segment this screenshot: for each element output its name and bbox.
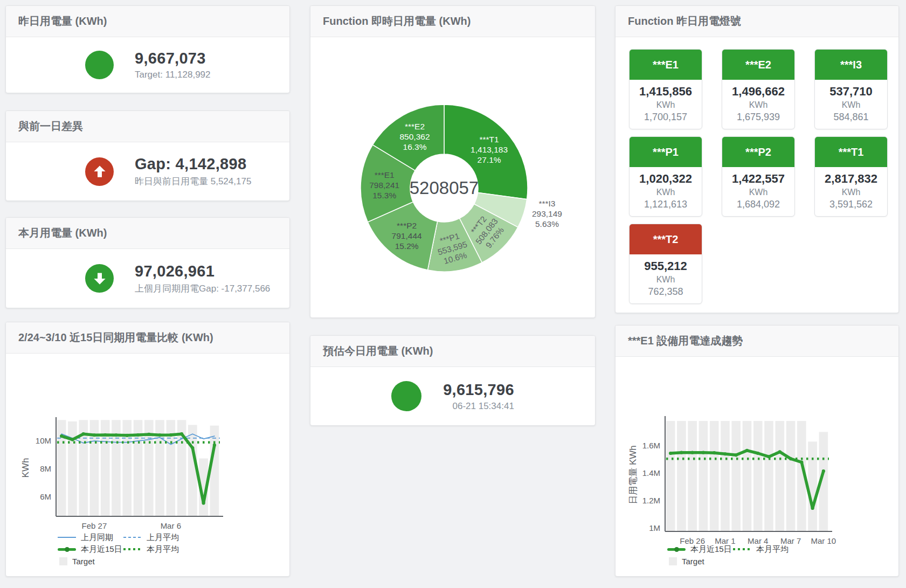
svg-text:Mar 6: Mar 6 — [161, 521, 181, 530]
legend-last-month-same[interactable]: 上月同期 — [58, 532, 123, 543]
day-gap-sub: 昨日與前日用電量 5,524,175 — [135, 175, 251, 188]
card-e1-trend-chart: ***E1 設備用電達成趨勢 1M1.2M1.4M1.6MFeb 26Mar 1… — [615, 325, 899, 577]
tile-label: ***E1 — [630, 50, 702, 80]
legend-this-month-15d[interactable]: 本月近15日 — [58, 544, 123, 555]
svg-text:10M: 10M — [36, 436, 51, 445]
legend-this-month-avg[interactable]: 本月平均 — [123, 544, 189, 555]
tile-value: 1,415,856 — [630, 85, 702, 99]
tile-t1[interactable]: ***T1 2,817,832 KWh 3,591,562 — [814, 136, 888, 217]
svg-text:Mar 10: Mar 10 — [811, 536, 836, 545]
today-estimate-value: 9,615,796 — [443, 381, 514, 399]
blue-line-swatch — [58, 537, 76, 538]
blue-dash-swatch — [123, 537, 142, 538]
legend-this-month-15d[interactable]: 本月近15日 — [667, 544, 733, 555]
tile-target: 1,675,939 — [722, 112, 794, 123]
tile-value: 537,710 — [815, 85, 887, 99]
tile-label: ***E2 — [722, 50, 794, 80]
tile-target: 3,591,562 — [815, 199, 887, 210]
tile-target: 1,121,613 — [630, 199, 702, 210]
tile-label: ***T2 — [630, 224, 702, 254]
arrow-up-icon — [85, 157, 114, 186]
legend-target[interactable]: Target — [667, 557, 733, 566]
trend-legend: 本月近15日 本月平均 Target — [667, 543, 799, 567]
status-circle-green — [85, 51, 114, 79]
legend-target[interactable]: Target — [58, 557, 123, 566]
svg-text:日用電量 KWh: 日用電量 KWh — [628, 445, 638, 504]
tile-label: ***I3 — [815, 50, 887, 80]
tile-label: ***P2 — [722, 137, 794, 167]
status-circle-green — [391, 381, 421, 411]
card-yesterday-usage: 昨日用電量 (KWh) 9,667,073 Target: 11,128,992 — [5, 5, 290, 93]
card-15day-compare-chart: 2/24~3/10 近15日同期用電量比較 (KWh) 6M8M10MFeb 2… — [5, 322, 290, 577]
yesterday-usage-value: 9,667,073 — [135, 50, 211, 67]
tile-p2[interactable]: ***P2 1,422,557 KWh 1,684,092 — [722, 136, 795, 217]
lights-tile-grid: ***E1 1,415,856 KWh 1,700,157 ***E2 1,49… — [615, 37, 898, 304]
card-month-usage: 本月用電量 (KWh) 97,026,961 上個月同期用電Gap: -17,3… — [5, 217, 290, 308]
month-usage-gap: 上個月同期用電Gap: -17,377,566 — [135, 282, 270, 295]
svg-text:1.2M: 1.2M — [642, 496, 660, 505]
svg-text:1.4M: 1.4M — [642, 468, 660, 478]
green-dot-swatch — [733, 548, 751, 550]
tile-value: 955,212 — [630, 259, 702, 273]
green-line-swatch — [58, 548, 76, 551]
legend-last-month-avg[interactable]: 上月平均 — [123, 532, 189, 543]
tile-unit: KWh — [630, 100, 702, 110]
card-day-gap: 與前一日差異 Gap: 4,142,898 昨日與前日用電量 5,524,175 — [5, 110, 290, 201]
e1-trend-line-chart[interactable]: 1M1.2M1.4M1.6MFeb 26Mar 1Mar 4Mar 7Mar 1… — [615, 326, 899, 577]
card-today-estimate: 預估今日用電量 (KWh) 9,615,796 06-21 15:34:41 — [310, 335, 596, 426]
tile-e2[interactable]: ***E2 1,496,662 KWh 1,675,939 — [722, 49, 795, 129]
today-estimate-time: 06-21 15:34:41 — [443, 401, 514, 412]
target-swatch — [669, 557, 677, 565]
day-gap-value: Gap: 4,142,898 — [135, 155, 251, 173]
tile-unit: KWh — [815, 100, 887, 110]
svg-text:8M: 8M — [40, 464, 51, 473]
tile-t2[interactable]: ***T2 955,212 KWh 762,358 — [629, 224, 702, 304]
month-usage-value: 97,026,961 — [135, 262, 270, 280]
svg-text:1.6M: 1.6M — [642, 441, 660, 450]
svg-text:5208057: 5208057 — [410, 178, 479, 198]
compare-legend: 上月同期 上月平均 本月近15日 本月平均 Target — [58, 531, 189, 567]
tile-target: 1,700,157 — [630, 112, 702, 123]
card-realtime-donut: Function 即時日用電量 (KWh) ***T11,413,18327.1… — [310, 5, 596, 318]
tile-p1[interactable]: ***P1 1,020,322 KWh 1,121,613 — [629, 136, 702, 217]
tile-target: 584,861 — [815, 112, 887, 123]
tile-unit: KWh — [815, 188, 887, 197]
svg-text:Feb 27: Feb 27 — [82, 521, 107, 530]
tile-value: 1,496,662 — [722, 85, 794, 99]
tile-unit: KWh — [630, 275, 702, 285]
tile-value: 2,817,832 — [815, 172, 887, 186]
target-swatch — [59, 557, 67, 565]
arrow-down-icon — [85, 264, 114, 293]
tile-label: ***P1 — [630, 137, 702, 167]
legend-this-month-avg[interactable]: 本月平均 — [733, 544, 799, 555]
card-title: 預估今日用電量 (KWh) — [310, 336, 595, 367]
realtime-donut-chart[interactable]: ***T11,413,18327.1%***I3293,1495.63%***T… — [310, 6, 596, 318]
green-line-swatch — [667, 548, 686, 551]
tile-target: 762,358 — [630, 286, 702, 298]
svg-text:1M: 1M — [649, 523, 660, 532]
card-title: 與前一日差異 — [6, 111, 289, 142]
tile-unit: KWh — [722, 188, 794, 197]
tile-value: 1,422,557 — [722, 172, 794, 186]
tile-value: 1,020,322 — [630, 172, 702, 186]
tile-label: ***T1 — [815, 137, 887, 167]
green-dot-swatch — [123, 548, 142, 550]
tile-unit: KWh — [722, 100, 794, 110]
yesterday-usage-target: Target: 11,128,992 — [135, 70, 211, 80]
card-title: 昨日用電量 (KWh) — [6, 6, 289, 37]
tile-unit: KWh — [630, 188, 702, 197]
svg-text:6M: 6M — [40, 492, 51, 501]
tile-target: 1,684,092 — [722, 199, 794, 210]
card-title: Function 昨日用電燈號 — [615, 6, 898, 37]
tile-i3[interactable]: ***I3 537,710 KWh 584,861 — [814, 49, 888, 129]
tile-e1[interactable]: ***E1 1,415,856 KWh 1,700,157 — [629, 49, 702, 129]
svg-text:***I3293,1495.63%: ***I3293,1495.63% — [532, 199, 562, 229]
card-yesterday-lights: Function 昨日用電燈號 ***E1 1,415,856 KWh 1,70… — [615, 5, 899, 313]
svg-text:KWh: KWh — [20, 458, 31, 478]
card-title: 本月用電量 (KWh) — [6, 218, 289, 249]
